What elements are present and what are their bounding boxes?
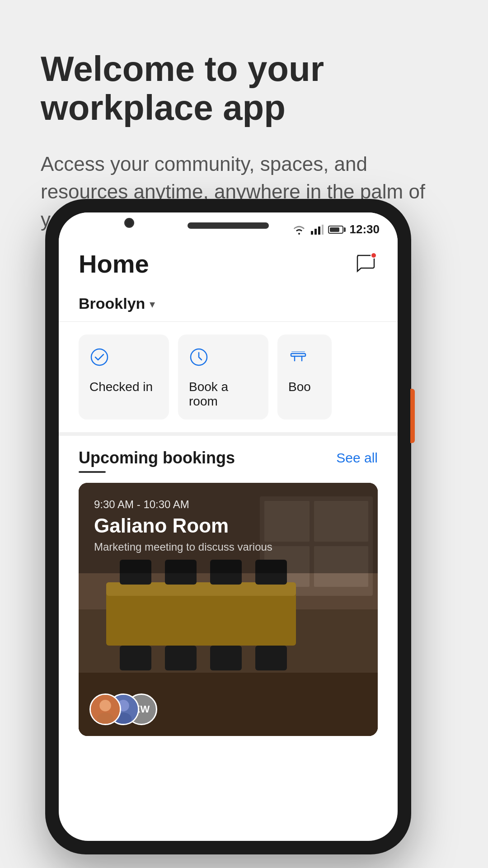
hero-section: Welcome to your workplace app Access you… bbox=[0, 0, 488, 233]
section-title: Upcoming bookings bbox=[79, 448, 235, 467]
avatar-person-1 bbox=[89, 693, 121, 725]
svg-rect-6 bbox=[291, 354, 305, 356]
location-name: Brooklyn bbox=[79, 295, 145, 312]
phone-screen: 12:30 Home Brooklyn bbox=[59, 212, 398, 841]
svg-rect-0 bbox=[311, 231, 313, 235]
phone-side-button bbox=[410, 389, 415, 443]
battery-icon bbox=[328, 226, 343, 234]
location-bar: Brooklyn ▾ bbox=[59, 288, 398, 322]
svg-rect-21 bbox=[165, 646, 197, 670]
booking-avatars: KW bbox=[89, 693, 157, 725]
see-all-button[interactable]: See all bbox=[336, 450, 378, 466]
notification-dot bbox=[371, 252, 377, 259]
action-label-checked-in: Checked in bbox=[89, 380, 158, 394]
notification-button[interactable] bbox=[352, 251, 378, 277]
action-label-book-desk: Boo bbox=[288, 380, 321, 394]
phone-speaker bbox=[188, 222, 269, 229]
svg-rect-22 bbox=[210, 646, 242, 670]
booking-info-overlay: 9:30 AM - 10:30 AM Galiano Room Marketin… bbox=[79, 483, 378, 553]
quick-actions-row: Checked in Book a room bbox=[59, 322, 398, 432]
action-card-checked-in[interactable]: Checked in bbox=[79, 335, 169, 420]
svg-rect-23 bbox=[255, 646, 287, 670]
check-circle-icon bbox=[89, 347, 109, 367]
desk-icon bbox=[288, 347, 308, 367]
app-header: Home bbox=[59, 240, 398, 288]
phone-outer-shell: 12:30 Home Brooklyn bbox=[45, 199, 411, 854]
section-header: Upcoming bookings See all bbox=[79, 448, 378, 467]
wifi-icon bbox=[292, 225, 306, 235]
booking-time: 9:30 AM - 10:30 AM bbox=[94, 498, 362, 511]
bookings-section: Upcoming bookings See all bbox=[59, 432, 398, 743]
hero-title: Welcome to your workplace app bbox=[41, 50, 447, 127]
action-label-book-room: Book a room bbox=[189, 380, 258, 409]
clock-icon bbox=[189, 347, 209, 367]
action-card-book-room[interactable]: Book a room bbox=[178, 335, 268, 420]
phone-mockup: 12:30 Home Brooklyn bbox=[45, 199, 411, 854]
status-time: 12:30 bbox=[350, 222, 380, 236]
signal-icon bbox=[311, 225, 324, 235]
app-title: Home bbox=[79, 249, 149, 278]
svg-rect-2 bbox=[318, 226, 320, 235]
booking-room-name: Galiano Room bbox=[94, 514, 362, 537]
svg-point-27 bbox=[99, 700, 111, 712]
section-underline bbox=[79, 471, 106, 473]
chevron-down-icon: ▾ bbox=[150, 298, 155, 311]
svg-rect-3 bbox=[322, 225, 324, 235]
booking-description: Marketing meeting to discuss various bbox=[94, 541, 362, 553]
svg-point-28 bbox=[97, 712, 114, 725]
action-card-book-desk[interactable]: Boo bbox=[277, 335, 332, 420]
location-selector[interactable]: Brooklyn ▾ bbox=[79, 295, 378, 312]
booking-card[interactable]: 9:30 AM - 10:30 AM Galiano Room Marketin… bbox=[79, 483, 378, 736]
status-icons bbox=[292, 225, 343, 235]
svg-rect-1 bbox=[314, 229, 317, 235]
phone-camera bbox=[124, 218, 134, 228]
svg-rect-20 bbox=[120, 646, 151, 670]
svg-point-4 bbox=[91, 349, 108, 365]
page-background: Welcome to your workplace app Access you… bbox=[0, 0, 488, 868]
